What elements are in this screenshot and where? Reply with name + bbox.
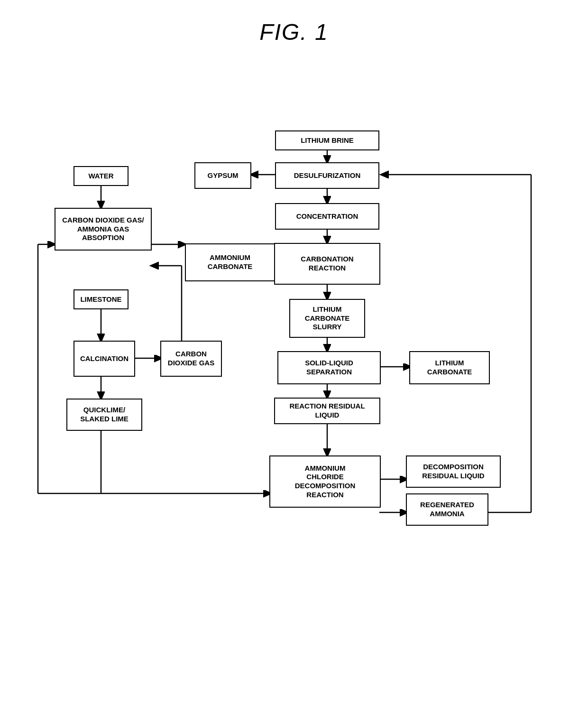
quicklime-box: QUICKLIME/ SLAKED LIME bbox=[66, 399, 142, 431]
page-title: FIG. 1 bbox=[0, 0, 588, 45]
solid-liquid-separation-box: SOLID-LIQUID SEPARATION bbox=[277, 351, 381, 384]
concentration-box: CONCENTRATION bbox=[275, 203, 379, 230]
water-box: WATER bbox=[74, 166, 129, 186]
co2-absorption-box: CARBON DIOXIDE GAS/ AMMONIA GAS ABSOPTIO… bbox=[55, 208, 152, 251]
gypsum-box: GYPSUM bbox=[194, 162, 251, 189]
ammonium-carbonate-box: AMMONIUM CARBONATE bbox=[185, 243, 275, 281]
decomposition-residual-box: DECOMPOSITION RESIDUAL LIQUID bbox=[406, 455, 501, 488]
carbon-dioxide-gas-box: CARBON DIOXIDE GAS bbox=[160, 341, 222, 377]
lithium-carbonate-slurry-box: LITHIUM CARBONATE SLURRY bbox=[289, 299, 365, 338]
reaction-residual-liquid-box: REACTION RESIDUAL LIQUID bbox=[274, 398, 380, 424]
limestone-box: LIMESTONE bbox=[74, 289, 129, 309]
desulfurization-box: DESULFURIZATION bbox=[275, 162, 379, 189]
lithium-carbonate-box: LITHIUM CARBONATE bbox=[409, 351, 490, 384]
regenerated-ammonia-box: REGENERATED AMMONIA bbox=[406, 493, 488, 526]
calcination-box: CALCINATION bbox=[74, 341, 135, 377]
ammonium-chloride-box: AMMONIUM CHLORIDE DECOMPOSITION REACTION bbox=[269, 455, 381, 508]
carbonation-reaction-box: CARBONATION REACTION bbox=[274, 243, 380, 285]
lithium-brine-box: LITHIUM BRINE bbox=[275, 130, 379, 150]
